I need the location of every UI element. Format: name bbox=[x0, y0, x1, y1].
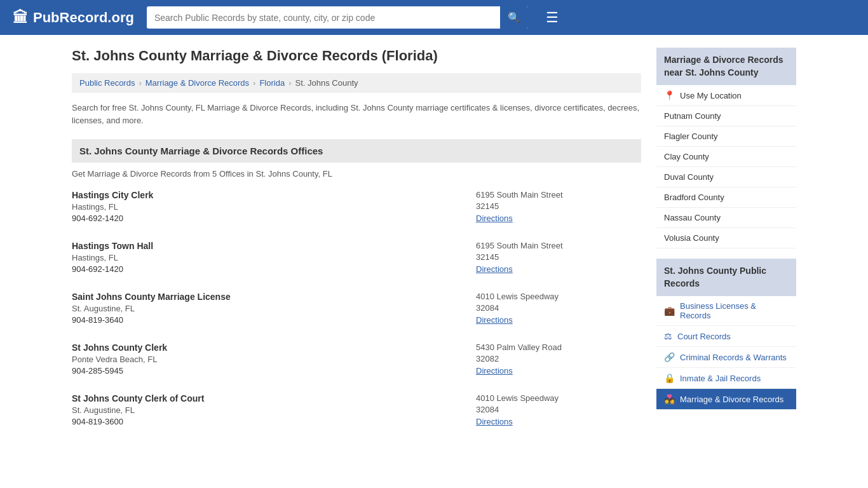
main-container: St. Johns County Marriage & Divorce Reco… bbox=[59, 35, 809, 457]
office-left-0: Hastings City Clerk Hastings, FL 904-692… bbox=[72, 190, 476, 223]
breadcrumb-florida[interactable]: Florida bbox=[259, 78, 285, 88]
breadcrumb-county: St. Johns County bbox=[295, 78, 358, 88]
office-name: Hastings City Clerk bbox=[72, 190, 476, 200]
nearby-county-item[interactable]: Duval County bbox=[656, 167, 796, 187]
office-address: 5430 Palm Valley Road bbox=[476, 342, 641, 352]
nearby-county-item[interactable]: Putnam County bbox=[656, 106, 796, 126]
public-records-list: 💼 Business Licenses & Records ⚖ Court Re… bbox=[656, 296, 796, 410]
office-right-3: 5430 Palm Valley Road 32082 Directions bbox=[476, 342, 641, 376]
use-my-location[interactable]: 📍 Use My Location bbox=[656, 85, 796, 106]
record-label: Court Records bbox=[677, 332, 731, 341]
search-button[interactable]: 🔍 bbox=[500, 6, 528, 29]
public-record-item[interactable]: 🔒 Inmate & Jail Records bbox=[656, 368, 796, 389]
offices-section-sub: Get Marriage & Divorce Records from 5 Of… bbox=[72, 169, 641, 179]
logo-text: PubRecord.org bbox=[33, 10, 134, 26]
record-icon: 🔗 bbox=[664, 352, 675, 362]
directions-link[interactable]: Directions bbox=[476, 264, 513, 274]
menu-button[interactable]: ☰ bbox=[541, 7, 564, 29]
directions-link[interactable]: Directions bbox=[476, 366, 513, 376]
record-icon: 💼 bbox=[664, 306, 675, 316]
nearby-county-item[interactable]: Nassau County bbox=[656, 208, 796, 228]
public-record-item[interactable]: 💑 Marriage & Divorce Records bbox=[656, 389, 796, 410]
page-title: St. Johns County Marriage & Divorce Reco… bbox=[72, 48, 641, 64]
public-record-item[interactable]: ⚖ Court Records bbox=[656, 326, 796, 347]
search-icon: 🔍 bbox=[508, 12, 520, 23]
office-phone: 904-285-5945 bbox=[72, 366, 476, 376]
content-area: St. Johns County Marriage & Divorce Reco… bbox=[72, 48, 641, 444]
nearby-county-item[interactable]: Volusia County bbox=[656, 228, 796, 248]
office-right-4: 4010 Lewis Speedway 32084 Directions bbox=[476, 393, 641, 426]
office-entry: Saint Johns County Marriage License St. … bbox=[72, 292, 641, 327]
record-icon: 💑 bbox=[664, 394, 675, 404]
office-zip: 32145 bbox=[476, 252, 641, 262]
office-address: 6195 South Main Street bbox=[476, 190, 641, 200]
nearby-county-item[interactable]: Bradford County bbox=[656, 187, 796, 208]
breadcrumb-public-records[interactable]: Public Records bbox=[79, 78, 135, 88]
breadcrumb-sep-1: › bbox=[139, 78, 141, 88]
office-zip: 32082 bbox=[476, 354, 641, 363]
office-city: Ponte Vedra Beach, FL bbox=[72, 355, 476, 364]
breadcrumb-sep-2: › bbox=[253, 78, 255, 88]
office-name: St Johns County Clerk bbox=[72, 342, 476, 353]
office-city: Hastings, FL bbox=[72, 253, 476, 262]
logo-icon: 🏛 bbox=[13, 9, 28, 27]
office-entry: Hastings Town Hall Hastings, FL 904-692-… bbox=[72, 241, 641, 276]
office-left-4: St Johns County Clerk of Court St. Augus… bbox=[72, 393, 476, 426]
office-phone: 904-692-1420 bbox=[72, 264, 476, 274]
office-name: Saint Johns County Marriage License bbox=[72, 292, 476, 302]
offices-list: Hastings City Clerk Hastings, FL 904-692… bbox=[72, 190, 641, 429]
office-right-2: 4010 Lewis Speedway 32084 Directions bbox=[476, 292, 641, 325]
nearby-counties-list: Putnam CountyFlagler CountyClay CountyDu… bbox=[656, 106, 796, 248]
office-address: 4010 Lewis Speedway bbox=[476, 292, 641, 301]
office-zip: 32145 bbox=[476, 201, 641, 211]
search-bar: 🔍 bbox=[147, 6, 528, 29]
public-records-section: St. Johns County Public Records 💼 Busine… bbox=[656, 259, 796, 410]
office-address: 6195 South Main Street bbox=[476, 241, 641, 250]
office-city: Hastings, FL bbox=[72, 202, 476, 212]
record-label: Criminal Records & Warrants bbox=[680, 353, 787, 362]
office-entry: St Johns County Clerk of Court St. Augus… bbox=[72, 393, 641, 429]
site-logo[interactable]: 🏛 PubRecord.org bbox=[13, 9, 134, 27]
public-records-header: St. Johns County Public Records bbox=[656, 259, 796, 296]
nearby-county-item[interactable]: Clay County bbox=[656, 147, 796, 167]
location-icon: 📍 bbox=[664, 90, 675, 100]
breadcrumb-marriage-divorce[interactable]: Marriage & Divorce Records bbox=[146, 78, 249, 88]
directions-link[interactable]: Directions bbox=[476, 214, 513, 223]
record-icon: 🔒 bbox=[664, 373, 675, 383]
record-label: Inmate & Jail Records bbox=[680, 374, 761, 383]
office-name: St Johns County Clerk of Court bbox=[72, 393, 476, 403]
record-label: Business Licenses & Records bbox=[680, 301, 789, 320]
office-phone: 904-692-1420 bbox=[72, 214, 476, 223]
sidebar: Marriage & Divorce Records near St. John… bbox=[656, 48, 796, 444]
directions-link[interactable]: Directions bbox=[476, 417, 513, 426]
office-zip: 32084 bbox=[476, 405, 641, 414]
public-record-item[interactable]: 🔗 Criminal Records & Warrants bbox=[656, 347, 796, 368]
directions-link[interactable]: Directions bbox=[476, 315, 513, 325]
record-icon: ⚖ bbox=[664, 331, 672, 341]
offices-section-header: St. Johns County Marriage & Divorce Reco… bbox=[72, 139, 641, 163]
site-header: 🏛 PubRecord.org 🔍 ☰ bbox=[0, 0, 868, 35]
search-input[interactable] bbox=[147, 8, 500, 28]
nearby-header: Marriage & Divorce Records near St. John… bbox=[656, 48, 796, 85]
office-left-2: Saint Johns County Marriage License St. … bbox=[72, 292, 476, 325]
office-right-0: 6195 South Main Street 32145 Directions bbox=[476, 190, 641, 223]
use-location-label: Use My Location bbox=[680, 91, 742, 100]
breadcrumb-sep-3: › bbox=[288, 78, 291, 88]
office-entry: St Johns County Clerk Ponte Vedra Beach,… bbox=[72, 342, 641, 378]
nearby-county-item[interactable]: Flagler County bbox=[656, 126, 796, 147]
office-phone: 904-819-3640 bbox=[72, 315, 476, 325]
page-description: Search for free St. Johns County, FL Mar… bbox=[72, 102, 641, 126]
office-entry: Hastings City Clerk Hastings, FL 904-692… bbox=[72, 190, 641, 226]
record-label: Marriage & Divorce Records bbox=[680, 395, 783, 404]
office-name: Hastings Town Hall bbox=[72, 241, 476, 251]
menu-icon: ☰ bbox=[546, 10, 559, 25]
office-city: St. Augustine, FL bbox=[72, 304, 476, 313]
office-right-1: 6195 South Main Street 32145 Directions bbox=[476, 241, 641, 274]
nearby-section: Marriage & Divorce Records near St. John… bbox=[656, 48, 796, 248]
office-phone: 904-819-3600 bbox=[72, 417, 476, 426]
breadcrumb: Public Records › Marriage & Divorce Reco… bbox=[72, 73, 641, 93]
office-city: St. Augustine, FL bbox=[72, 405, 476, 415]
public-record-item[interactable]: 💼 Business Licenses & Records bbox=[656, 296, 796, 326]
office-left-1: Hastings Town Hall Hastings, FL 904-692-… bbox=[72, 241, 476, 274]
office-address: 4010 Lewis Speedway bbox=[476, 393, 641, 403]
